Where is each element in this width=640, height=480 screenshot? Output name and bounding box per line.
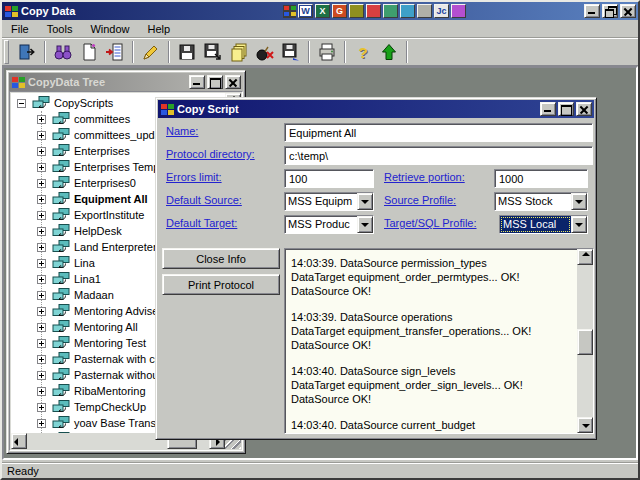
default-target-label[interactable]: Default Target: — [166, 217, 237, 229]
expand-box[interactable] — [37, 419, 46, 428]
tree-item-label: Enterprises — [74, 145, 130, 157]
dialog-titlebar[interactable]: Copy Script — [158, 100, 594, 118]
protocol-directory-input[interactable] — [284, 146, 593, 165]
expand-box[interactable] — [37, 307, 46, 316]
journal-app-icon[interactable]: Jc — [434, 4, 449, 18]
default-source-label[interactable]: Default Source: — [166, 194, 242, 206]
errors-limit-input[interactable] — [284, 169, 374, 188]
expand-box[interactable] — [37, 339, 46, 348]
save-as-button[interactable] — [200, 40, 226, 64]
expand-box[interactable] — [37, 371, 46, 380]
name-input[interactable] — [284, 123, 593, 142]
exit-button[interactable] — [14, 40, 40, 64]
tree-item-label: Land Enterpreters — [74, 241, 162, 253]
erase-button[interactable] — [138, 40, 164, 64]
expand-box[interactable] — [37, 115, 46, 124]
tree-window-titlebar[interactable]: CopyData Tree — [9, 73, 243, 91]
find-button[interactable] — [50, 40, 76, 64]
office-logo-icon[interactable] — [283, 5, 296, 18]
help-icon: ? — [358, 44, 367, 61]
scroll-thumb[interactable] — [577, 329, 593, 355]
help-button[interactable]: ? — [350, 40, 376, 64]
expand-box[interactable] — [37, 291, 46, 300]
expand-box[interactable] — [37, 195, 46, 204]
mdi-client-area: CopyData Tree CopyScriptscommitteescommi… — [2, 66, 638, 460]
expand-box[interactable] — [37, 179, 46, 188]
scroll-down-button[interactable] — [577, 417, 593, 433]
target-sql-profile-label[interactable]: Target/SQL Profile: — [384, 217, 477, 229]
printer-lightning-icon[interactable] — [417, 4, 432, 18]
menu-window[interactable]: Window — [81, 21, 138, 37]
expand-box[interactable] — [37, 227, 46, 236]
restore-button[interactable] — [602, 4, 618, 18]
chevron-down-icon[interactable] — [571, 193, 587, 210]
orange-app-icon[interactable]: G — [332, 4, 347, 18]
expand-box[interactable] — [37, 131, 46, 140]
minimize-button[interactable] — [540, 102, 556, 116]
maximize-button[interactable] — [558, 102, 574, 116]
copy-script-icon — [52, 336, 70, 350]
save-button[interactable] — [174, 40, 200, 64]
expand-box[interactable] — [37, 243, 46, 252]
errors-limit-label[interactable]: Errors limit: — [166, 171, 222, 183]
tree-item-label: Mentoring All — [74, 321, 138, 333]
new-button[interactable] — [76, 40, 102, 64]
scroll-left-button[interactable] — [11, 433, 27, 449]
default-source-combo[interactable]: MSS Equipm — [284, 192, 374, 211]
name-label[interactable]: Name: — [166, 125, 198, 137]
excel-icon[interactable]: X — [315, 4, 330, 18]
chevron-down-icon[interactable] — [357, 216, 373, 233]
expand-box[interactable] — [37, 323, 46, 332]
print-button[interactable] — [314, 40, 340, 64]
save-icon — [177, 42, 197, 62]
scroll-up-button[interactable] — [577, 249, 593, 265]
olive-clock-icon[interactable] — [349, 4, 364, 18]
floppy-app-icon[interactable] — [366, 4, 381, 18]
expand-box[interactable] — [37, 259, 46, 268]
minimize-button[interactable] — [584, 4, 600, 18]
copy-script-icon — [52, 176, 70, 190]
minimize-button[interactable] — [189, 75, 205, 89]
default-target-combo[interactable]: MSS Produc — [284, 215, 374, 234]
close-button[interactable] — [620, 4, 636, 18]
target-sql-profile-combo[interactable]: MSS Local — [499, 215, 588, 234]
expand-box[interactable] — [37, 275, 46, 284]
source-profile-label[interactable]: Source Profile: — [384, 194, 456, 206]
menu-file[interactable]: File — [2, 21, 38, 37]
retrieve-portion-label[interactable]: Retrieve portion: — [384, 171, 465, 183]
log-scrollbar[interactable] — [577, 249, 593, 433]
copy-button[interactable] — [226, 40, 252, 64]
chevron-down-icon[interactable] — [571, 216, 587, 233]
import-button[interactable] — [102, 40, 128, 64]
expand-box[interactable] — [37, 403, 46, 412]
magnifier-app-icon[interactable] — [400, 4, 415, 18]
chevron-down-icon[interactable] — [357, 193, 373, 210]
protocol-log[interactable]: 14:03:39. DataSource permission_typesDat… — [284, 248, 594, 434]
expand-box[interactable] — [37, 387, 46, 396]
collapse-box[interactable] — [17, 99, 26, 108]
menu-help[interactable]: Help — [139, 21, 180, 37]
expand-box[interactable] — [37, 147, 46, 156]
main-titlebar[interactable]: Copy Data WXGJc — [2, 2, 638, 20]
print-protocol-button[interactable]: Print Protocol — [162, 274, 280, 295]
source-profile-combo[interactable]: MSS Stock — [494, 192, 588, 211]
expand-box[interactable] — [37, 163, 46, 172]
close-button[interactable] — [225, 75, 241, 89]
save-append-button[interactable] — [278, 40, 304, 64]
paint-app-icon[interactable] — [383, 4, 398, 18]
protocol-directory-label[interactable]: Protocol directory: — [166, 148, 255, 160]
expand-box[interactable] — [37, 355, 46, 364]
word-icon[interactable]: W — [298, 4, 313, 18]
copy-script-dialog: Copy Script Name: Protocol directory: Er… — [155, 97, 597, 440]
expand-box[interactable] — [37, 211, 46, 220]
tree-item-label: Equipment All — [74, 193, 148, 205]
maximize-button[interactable] — [207, 75, 223, 89]
flower-app-icon[interactable] — [451, 4, 466, 18]
close-button[interactable] — [576, 102, 592, 116]
retrieve-portion-input[interactable] — [494, 169, 588, 188]
delete-button[interactable] — [252, 40, 278, 64]
close-info-button[interactable]: Close Info — [162, 248, 280, 269]
copy-script-icon — [52, 352, 70, 366]
menu-tools[interactable]: Tools — [38, 21, 82, 37]
run-button[interactable] — [376, 40, 402, 64]
